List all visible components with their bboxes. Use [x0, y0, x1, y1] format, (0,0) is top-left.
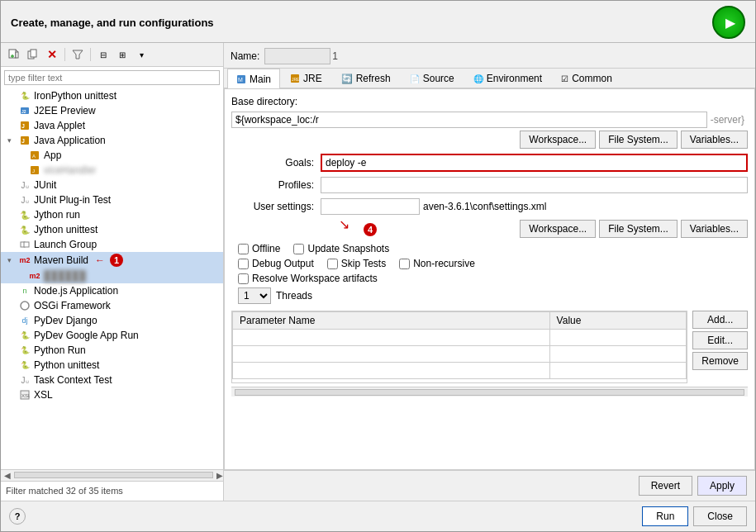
- list-item[interactable]: A App: [1, 148, 223, 163]
- filter-input[interactable]: [4, 70, 220, 85]
- list-item[interactable]: ▾ J Java Application: [1, 133, 223, 148]
- svg-rect-6: [31, 50, 36, 57]
- expand-all-button[interactable]: ⊞: [114, 46, 131, 63]
- list-item[interactable]: n Node.js Application: [1, 283, 223, 298]
- more-button[interactable]: ▾: [133, 46, 150, 63]
- table-row: [233, 330, 687, 346]
- app-icon: A: [29, 150, 40, 161]
- list-item[interactable]: 🐍 Jython unittest: [1, 222, 223, 237]
- name-row: Name: 1: [224, 43, 755, 69]
- tab-jre[interactable]: JRE JRE: [281, 69, 331, 88]
- resolve-workspace-input[interactable]: [238, 273, 249, 284]
- list-item[interactable]: XSL XSL: [1, 387, 223, 402]
- update-snapshots-checkbox[interactable]: Update Snapshots: [293, 243, 389, 254]
- param-buttons: Add... Edit... Remove: [692, 311, 748, 383]
- list-item[interactable]: Jᵤ JUnit: [1, 178, 223, 192]
- help-button[interactable]: ?: [9, 508, 26, 525]
- debug-output-checkbox[interactable]: Debug Output: [238, 258, 314, 269]
- edit-param-button[interactable]: Edit...: [692, 331, 748, 349]
- list-item[interactable]: dj PyDev Django: [1, 313, 223, 328]
- user-settings-label: User settings:: [231, 201, 314, 212]
- jre-tab-icon: JRE: [290, 74, 300, 83]
- common-tab-icon: ☑: [561, 74, 568, 83]
- tree-item-label: Java Applet: [34, 120, 85, 131]
- list-item[interactable]: 🐍 PyDev Google App Run: [1, 328, 223, 343]
- threads-label: Threads: [276, 290, 312, 302]
- run-button[interactable]: Run: [642, 506, 688, 526]
- non-recursive-checkbox[interactable]: Non-recursive: [399, 258, 475, 269]
- add-param-button[interactable]: Add...: [692, 311, 748, 329]
- collapse-all-button[interactable]: ⊟: [95, 46, 112, 63]
- list-item[interactable]: Jᵤ JUnit Plug-in Test: [1, 192, 223, 207]
- launch-group-icon: [19, 239, 31, 250]
- python-run-icon: 🐍: [19, 344, 31, 356]
- base-dir-filesystem-btn[interactable]: File System...: [599, 131, 678, 149]
- new-config-button[interactable]: [6, 46, 22, 63]
- tab-main[interactable]: M Main: [227, 69, 280, 88]
- maven-build-item[interactable]: ▾ m2 Maven Build ← 1: [1, 252, 223, 268]
- base-dir-workspace-btn[interactable]: Workspace...: [520, 131, 596, 149]
- list-item[interactable]: 🐍 Python unittest: [1, 358, 223, 373]
- ironpython-icon: 🐍: [19, 90, 31, 102]
- resolve-workspace-checkbox[interactable]: Resolve Workspace artifacts: [238, 273, 378, 284]
- tab-common[interactable]: ☑ Common: [552, 69, 621, 88]
- revert-button[interactable]: Revert: [639, 476, 692, 496]
- list-item[interactable]: J Java Applet: [1, 118, 223, 133]
- list-item[interactable]: 🐍 IronPython unittest: [1, 88, 223, 103]
- run-icon-button[interactable]: [712, 6, 745, 39]
- remove-param-button[interactable]: Remove: [692, 352, 748, 370]
- list-item[interactable]: J viceHandler: [1, 163, 223, 178]
- annotation-arrow-1: ←: [95, 254, 105, 266]
- tree-container: 🐍 IronPython unittest J2 J2EE Preview J …: [1, 88, 223, 469]
- user-settings-input[interactable]: [321, 198, 420, 215]
- left-panel: ✕ ⊟ ⊞ ▾ 🐍 IronPython unittest: [1, 43, 224, 501]
- profiles-input[interactable]: [321, 177, 748, 193]
- threads-select[interactable]: 1 2 4: [238, 287, 271, 304]
- update-snapshots-input[interactable]: [293, 244, 304, 254]
- tree-item-label: Jython unittest: [34, 224, 97, 235]
- goals-label: Goals:: [231, 157, 314, 169]
- arrow-4: ↘: [339, 216, 349, 232]
- base-dir-input[interactable]: [231, 112, 707, 128]
- left-scrollbar[interactable]: ◀ ▶: [1, 469, 223, 481]
- skip-tests-input[interactable]: [327, 259, 338, 269]
- list-item[interactable]: 🐍 Python Run: [1, 343, 223, 358]
- filter-button[interactable]: [69, 46, 86, 63]
- user-settings-workspace-btn[interactable]: Workspace...: [520, 220, 596, 238]
- offline-checkbox-input[interactable]: [238, 244, 249, 254]
- checkboxes-row2: Debug Output Skip Tests Non-recursive: [231, 258, 748, 269]
- maven-sub-icon: m2: [29, 270, 40, 282]
- tree-item-label: ██████: [44, 270, 86, 282]
- list-item[interactable]: Launch Group: [1, 237, 223, 252]
- user-settings-variables-btn[interactable]: Variables...: [681, 220, 748, 238]
- list-item[interactable]: J2 J2EE Preview: [1, 103, 223, 118]
- skip-tests-checkbox[interactable]: Skip Tests: [327, 258, 386, 269]
- list-item[interactable]: m2 ██████: [1, 268, 223, 283]
- list-item[interactable]: Jᵤ Task Context Test: [1, 373, 223, 387]
- tree-item-label: J2EE Preview: [34, 105, 96, 116]
- tabs-row: M Main JRE JRE 🔄 Refresh 📄 Source 🌐: [224, 69, 755, 88]
- apply-button[interactable]: Apply: [697, 476, 747, 496]
- tab-refresh[interactable]: 🔄 Refresh: [332, 69, 400, 88]
- name-input[interactable]: [264, 48, 330, 64]
- delete-button[interactable]: ✕: [44, 46, 60, 63]
- list-item[interactable]: 🐍 Jython run: [1, 207, 223, 222]
- list-item[interactable]: OSGi Framework: [1, 298, 223, 313]
- content-scrollbar-h[interactable]: [231, 387, 748, 397]
- close-button[interactable]: Close: [693, 506, 747, 526]
- profiles-label: Profiles:: [231, 179, 314, 191]
- goals-input[interactable]: [321, 154, 748, 172]
- duplicate-button[interactable]: [25, 46, 41, 63]
- offline-checkbox[interactable]: Offline: [238, 243, 280, 254]
- user-settings-filesystem-btn[interactable]: File System...: [599, 220, 678, 238]
- base-dir-variables-btn[interactable]: Variables...: [681, 131, 748, 149]
- debug-output-input[interactable]: [238, 259, 249, 269]
- tab-source[interactable]: 📄 Source: [401, 69, 464, 88]
- tab-environment[interactable]: 🌐 Environment: [464, 69, 551, 88]
- checkboxes-row1: Offline Update Snapshots: [231, 243, 748, 254]
- tab-source-label: Source: [423, 73, 454, 84]
- non-recursive-input[interactable]: [399, 259, 410, 269]
- tab-refresh-label: Refresh: [356, 73, 391, 84]
- base-dir-section-label: Base directory:: [231, 96, 748, 107]
- tree-item-label: Launch Group: [34, 239, 97, 250]
